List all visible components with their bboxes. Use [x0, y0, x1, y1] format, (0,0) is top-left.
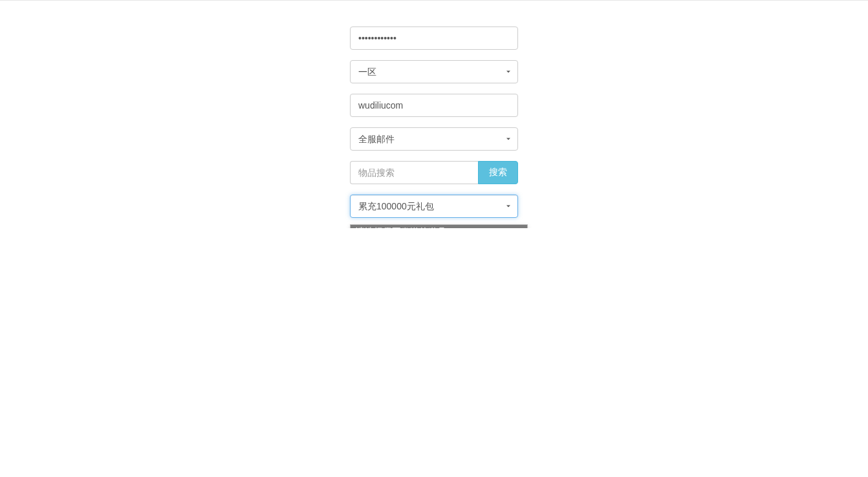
password-row — [350, 26, 518, 50]
item-select-row: 累充100000元礼包 请选择需要发送的道具金币金币符文红钻（弃用）主角经验英雄… — [350, 195, 518, 218]
dropdown-option[interactable]: 请选择需要发送的道具 — [351, 225, 527, 228]
item-select[interactable]: 累充100000元礼包 — [350, 195, 518, 218]
form-container: 一区 全服邮件 搜索 累充100000元礼包 请选择需要发送的道具金币金币符文红… — [350, 26, 518, 218]
mail-type-select[interactable]: 全服邮件 — [350, 127, 518, 151]
search-row: 搜索 — [350, 161, 518, 184]
username-row — [350, 94, 518, 117]
zone-select[interactable]: 一区 — [350, 60, 518, 83]
mailtype-row: 全服邮件 — [350, 127, 518, 151]
item-search-input[interactable] — [350, 161, 478, 184]
username-input[interactable] — [350, 94, 518, 117]
zone-row: 一区 — [350, 60, 518, 83]
password-input[interactable] — [350, 26, 518, 50]
item-dropdown-list[interactable]: 请选择需要发送的道具金币金币符文红钻（弃用）主角经验英雄经验（弃用）委托点竞技声… — [350, 224, 528, 228]
search-button[interactable]: 搜索 — [478, 161, 518, 184]
